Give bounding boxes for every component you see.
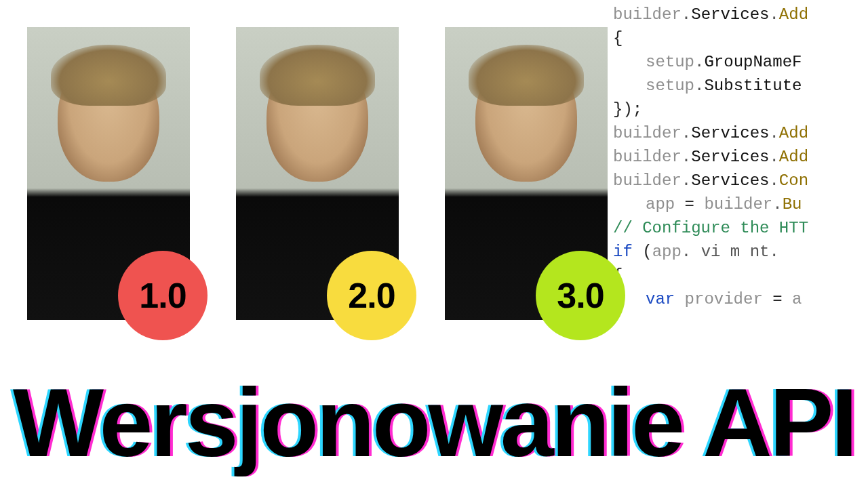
- version-badge-2: 2.0: [327, 251, 416, 340]
- code-token: builder: [613, 171, 682, 190]
- code-token: Bu: [783, 195, 802, 214]
- code-token: Add: [779, 148, 808, 166]
- version-badge-1: 1.0: [118, 251, 208, 340]
- code-token: (: [642, 243, 652, 261]
- portraits-row: 1.0 2.0 3.0: [27, 27, 608, 320]
- code-line: builder.Services.Add: [610, 121, 868, 145]
- code-token: builder: [613, 5, 682, 24]
- code-token: GroupNameF: [704, 53, 802, 71]
- code-token: . vi m nt.: [682, 243, 779, 261]
- code-token: Services: [691, 171, 769, 190]
- thumbnail-stage: builder.Services.Add{setup.GroupNameFset…: [0, 0, 868, 488]
- code-token: // Configure the HTT: [613, 219, 808, 237]
- code-token: .: [769, 148, 778, 166]
- code-token: .: [694, 77, 704, 95]
- code-token: });: [613, 100, 642, 119]
- code-token: =: [772, 290, 792, 308]
- code-token: app: [652, 243, 682, 261]
- version-badge-1-label: 1.0: [139, 275, 186, 316]
- code-token: builder: [613, 148, 682, 166]
- portrait-3: 3.0: [445, 27, 608, 320]
- code-line: var provider = a: [610, 287, 868, 311]
- code-token: .: [769, 171, 778, 190]
- code-token: app: [646, 195, 685, 214]
- code-line: {: [610, 264, 868, 287]
- code-token: Add: [779, 5, 808, 24]
- portrait-1: 1.0: [27, 27, 190, 320]
- code-line: builder.Services.Add: [610, 3, 868, 26]
- code-token: .: [682, 124, 691, 142]
- code-token: builder: [704, 195, 772, 214]
- code-token: .: [772, 195, 782, 214]
- code-line: app = builder.Bu: [610, 192, 868, 216]
- code-line: setup.Substitute: [610, 74, 868, 98]
- code-line: // Configure the HTT: [610, 216, 868, 240]
- code-token: Services: [691, 5, 769, 24]
- code-line: {: [610, 26, 868, 50]
- code-line: builder.Services.Con: [610, 169, 868, 192]
- code-token: .: [682, 5, 691, 24]
- code-line: builder.Services.Add: [610, 145, 868, 169]
- code-token: {: [613, 29, 623, 47]
- code-token: provider: [685, 290, 773, 308]
- version-badge-3-label: 3.0: [557, 275, 604, 316]
- code-token: .: [769, 5, 778, 24]
- code-line: setup.GroupNameF: [610, 50, 868, 74]
- code-line: });: [610, 98, 868, 121]
- code-token: .: [769, 124, 778, 142]
- code-token: Con: [779, 171, 808, 190]
- code-token: =: [685, 195, 705, 214]
- code-token: .: [682, 171, 691, 190]
- code-token: var: [646, 290, 685, 308]
- code-token: if: [613, 243, 642, 261]
- code-token: a: [792, 290, 802, 308]
- code-line: if (app. vi m nt.: [610, 240, 868, 264]
- code-backdrop: builder.Services.Add{setup.GroupNameFset…: [610, 0, 868, 488]
- code-token: setup: [646, 77, 694, 95]
- code-token: setup: [646, 53, 694, 71]
- code-token: Services: [691, 148, 769, 166]
- code-token: Substitute: [704, 77, 802, 95]
- code-token: .: [682, 148, 691, 166]
- version-badge-3: 3.0: [536, 251, 625, 340]
- version-badge-2-label: 2.0: [348, 275, 395, 316]
- code-token: Add: [779, 124, 808, 142]
- code-token: Services: [691, 124, 769, 142]
- code-token: builder: [613, 124, 682, 142]
- code-token: .: [694, 53, 704, 71]
- portrait-2: 2.0: [236, 27, 399, 320]
